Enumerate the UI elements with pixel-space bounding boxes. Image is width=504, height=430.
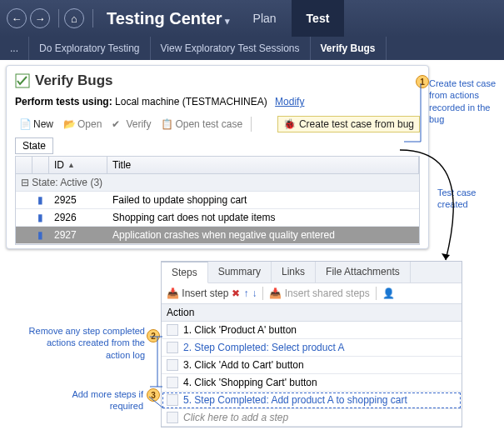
delete-step-icon[interactable]: ✖ xyxy=(232,288,240,299)
verify-icon xyxy=(15,73,30,88)
step-icon xyxy=(167,359,178,371)
col-expand[interactable] xyxy=(16,157,32,173)
step-row-completed-selected[interactable]: 5. Step Completed: Add product A to shop… xyxy=(162,392,462,409)
bugs-grid: ID▲ Title ⊟ State: Active (3) ▮ 2925 Fai… xyxy=(15,156,420,245)
insert-step-button[interactable]: 📥 Insert step xyxy=(167,288,228,299)
cell-title: Shopping cart does not update items xyxy=(107,209,419,226)
cell-title: Application crashes when negative qualit… xyxy=(107,227,419,243)
cell-id: 2925 xyxy=(49,192,107,208)
table-row[interactable]: ▮ 2925 Failed to update shopping cart xyxy=(16,192,419,209)
move-down-icon[interactable]: ↓ xyxy=(252,288,257,299)
separator xyxy=(262,287,263,300)
step-icon xyxy=(167,324,178,336)
pane-title: Verify Bugs xyxy=(15,72,420,89)
move-up-icon[interactable]: ↑ xyxy=(243,288,248,299)
step-icon xyxy=(167,412,178,423)
add-step-row[interactable]: Click here to add a step xyxy=(162,409,462,427)
new-icon: 📄 xyxy=(19,118,31,130)
back-button[interactable]: ← xyxy=(7,8,27,28)
separator xyxy=(376,287,377,300)
cell-id: 2927 xyxy=(49,227,107,243)
separator xyxy=(251,117,252,132)
insert-shared-steps-button[interactable]: 📥 Insert shared steps xyxy=(269,288,369,299)
pane-toolbar: 📄New 📂Open ✔Verify 📋Open test case 🐞 Cre… xyxy=(15,114,420,134)
user-icon[interactable]: 👤 xyxy=(382,288,395,299)
tab-file-attachments[interactable]: File Attachments xyxy=(316,262,411,282)
subnav-view-sessions[interactable]: View Exploratory Test Sessions xyxy=(151,37,311,60)
steps-toolbar: 📥 Insert step ✖ ↑ ↓ 📥 Insert shared step… xyxy=(162,282,462,304)
forward-button[interactable]: → xyxy=(30,8,50,28)
callout-1-badge: 1 xyxy=(416,75,429,88)
tab-steps[interactable]: Steps xyxy=(162,262,208,283)
step-icon xyxy=(167,394,178,406)
tab-links[interactable]: Links xyxy=(272,262,316,282)
bug-icon: ▮ xyxy=(32,209,49,226)
create-test-case-from-bug-button[interactable]: 🐞 Create test case from bug xyxy=(277,116,420,132)
open-test-case-icon: 📋 xyxy=(161,118,172,130)
state-filter-button[interactable]: State xyxy=(15,138,53,154)
new-button[interactable]: 📄New xyxy=(15,117,57,132)
annotation-3: Remove any step completed actions create… xyxy=(20,325,145,361)
col-icon[interactable] xyxy=(32,157,49,173)
perform-value: Local machine (TESTMACHINEA) xyxy=(115,96,267,108)
annotation-1: Create test case from actions recorded i… xyxy=(429,78,500,125)
annotation-4: Add more steps if required xyxy=(58,388,143,412)
open-button[interactable]: 📂Open xyxy=(59,117,106,132)
perform-label: Perform tests using: xyxy=(15,96,112,108)
verify-btn-icon: ✔ xyxy=(112,118,123,130)
sort-asc-icon: ▲ xyxy=(67,161,75,169)
group-row[interactable]: ⊟ State: Active (3) xyxy=(16,174,419,192)
app-title: Testing Center▾ xyxy=(107,9,230,28)
grid-header: ID▲ Title xyxy=(16,157,419,174)
tab-summary[interactable]: Summary xyxy=(208,262,272,282)
step-row[interactable]: 1. Click 'Product A' button xyxy=(162,322,462,339)
open-test-case-button[interactable]: 📋Open test case xyxy=(157,117,247,132)
modify-link[interactable]: Modify xyxy=(275,96,304,108)
tab-plan[interactable]: Plan xyxy=(238,0,292,37)
step-row-completed[interactable]: 2. Step Completed: Select product A xyxy=(162,339,462,357)
col-id[interactable]: ID▲ xyxy=(49,157,107,173)
bug-icon: ▮ xyxy=(32,227,49,243)
separator xyxy=(58,9,59,28)
callout-2-badge: 2 xyxy=(147,329,160,342)
verify-button[interactable]: ✔Verify xyxy=(107,117,155,132)
verify-bugs-pane: Verify Bugs Perform tests using: Local m… xyxy=(6,65,429,249)
subnav-exploratory[interactable]: Do Exploratory Testing xyxy=(29,37,151,60)
steps-pane: Steps Summary Links File Attachments 📥 I… xyxy=(161,261,462,428)
open-icon: 📂 xyxy=(63,118,75,130)
step-icon xyxy=(167,342,178,353)
bug-icon: ▮ xyxy=(32,192,49,208)
subnav-verify-bugs[interactable]: Verify Bugs xyxy=(311,37,387,60)
table-row-selected[interactable]: ▮ 2927 Application crashes when negative… xyxy=(16,227,419,244)
separator xyxy=(92,9,93,28)
home-button[interactable]: ⌂ xyxy=(64,8,84,28)
step-row[interactable]: 3. Click 'Add to Cart' button xyxy=(162,357,462,374)
step-row[interactable]: 4. Click 'Shopping Cart' button xyxy=(162,374,462,392)
step-icon xyxy=(167,377,178,388)
bug-icon: 🐞 xyxy=(283,118,296,130)
sub-nav: ... Do Exploratory Testing View Explorat… xyxy=(0,37,504,60)
cell-title: Failed to update shopping cart xyxy=(107,192,419,208)
top-bar: ← → ⌂ Testing Center▾ Plan Test xyxy=(0,0,504,37)
dropdown-icon[interactable]: ▾ xyxy=(225,16,230,26)
annotation-2: Test case created xyxy=(437,187,500,211)
callout-3-badge: 3 xyxy=(147,388,160,402)
cell-id: 2926 xyxy=(49,209,107,226)
perform-tests-row: Perform tests using: Local machine (TEST… xyxy=(15,96,420,108)
col-title[interactable]: Title xyxy=(107,157,419,173)
tab-test[interactable]: Test xyxy=(292,0,345,37)
steps-tabs: Steps Summary Links File Attachments xyxy=(162,262,462,282)
action-column-header[interactable]: Action xyxy=(162,304,462,322)
subnav-more[interactable]: ... xyxy=(0,37,29,60)
table-row[interactable]: ▮ 2926 Shopping cart does not update ite… xyxy=(16,209,419,227)
